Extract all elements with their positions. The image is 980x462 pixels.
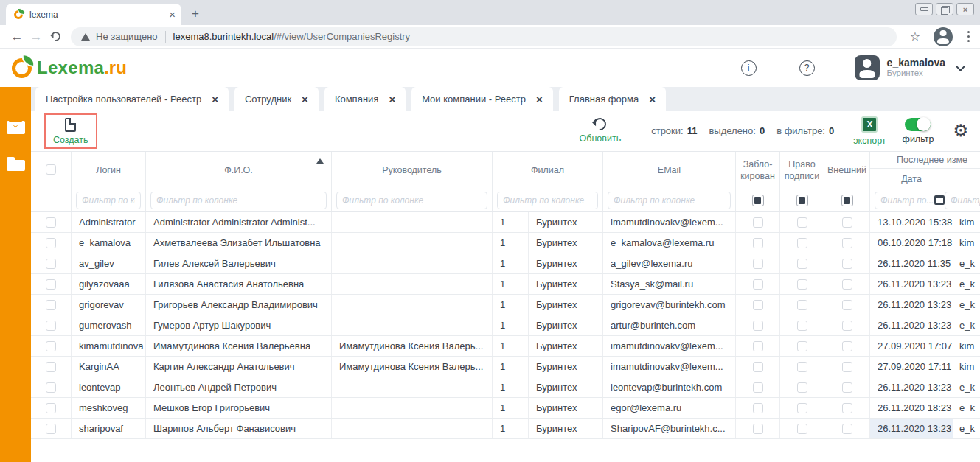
- cell-login[interactable]: Administrator: [72, 212, 146, 232]
- sign-checkbox[interactable]: [797, 279, 807, 290]
- cell-fio[interactable]: Administrator Administrator Administ...: [146, 212, 332, 232]
- cell-modified-by[interactable]: kim: [953, 233, 980, 253]
- cell-external[interactable]: [824, 398, 870, 418]
- tab-close-icon[interactable]: ×: [389, 93, 395, 105]
- cell-branch[interactable]: Буринтех: [529, 398, 603, 418]
- blocked-checkbox[interactable]: [753, 403, 763, 413]
- cell-sign[interactable]: [780, 212, 824, 232]
- cell-branch_code[interactable]: 1: [493, 295, 529, 315]
- cell-modified-by[interactable]: kim: [953, 212, 980, 232]
- cell-sign[interactable]: [780, 233, 824, 253]
- cell-branch_code[interactable]: 1: [493, 419, 529, 438]
- cell-blocked[interactable]: [736, 377, 780, 397]
- cell-manager[interactable]: [332, 398, 493, 418]
- filter-checkbox-sign-right[interactable]: [796, 195, 808, 206]
- blocked-checkbox[interactable]: [753, 259, 763, 269]
- browser-profile-avatar[interactable]: [934, 27, 953, 46]
- cell-manager[interactable]: [332, 419, 493, 438]
- column-header-modified-by[interactable]: [953, 169, 980, 189]
- cell-manager[interactable]: [332, 212, 493, 232]
- cell-login[interactable]: gilyazovaaa: [72, 274, 146, 294]
- cell-external[interactable]: [824, 253, 870, 273]
- cell-external[interactable]: [824, 295, 870, 315]
- tab-main-form[interactable]: Главная форма ×: [559, 87, 666, 111]
- row-select-cell[interactable]: [31, 295, 72, 315]
- cell-date[interactable]: 27.09.2020 17:11: [870, 357, 953, 377]
- cell-branch[interactable]: Буринтех: [529, 377, 603, 397]
- row-checkbox[interactable]: [46, 217, 56, 228]
- row-checkbox[interactable]: [46, 341, 56, 351]
- row-select-cell[interactable]: [31, 253, 72, 273]
- cell-modified-by[interactable]: e_k: [953, 274, 980, 294]
- cell-fio[interactable]: Григорьев Александр Владимирович: [146, 295, 332, 315]
- cell-date[interactable]: 26.11.2020 13:23: [870, 377, 953, 397]
- row-select-cell[interactable]: [31, 398, 72, 418]
- column-header-date[interactable]: Дата: [870, 169, 953, 189]
- column-header-fio[interactable]: Ф.И.О.: [146, 152, 331, 190]
- cell-branch_code[interactable]: 1: [493, 398, 529, 418]
- filter-input-date[interactable]: [875, 192, 948, 209]
- cell-date[interactable]: 26.11.2020 13:23: [870, 295, 953, 315]
- cell-external[interactable]: [824, 274, 870, 294]
- cell-manager[interactable]: [332, 295, 493, 315]
- cell-modified-by[interactable]: e_k: [953, 377, 980, 397]
- tab-close-icon[interactable]: ×: [302, 93, 308, 105]
- cell-modified-by[interactable]: kim: [953, 357, 980, 377]
- sign-checkbox[interactable]: [797, 362, 807, 372]
- cell-login[interactable]: meshkoveg: [72, 398, 146, 418]
- cell-date[interactable]: 26.11.2020 13:23: [870, 419, 953, 438]
- refresh-button[interactable]: Обновить: [580, 118, 622, 144]
- row-select-cell[interactable]: [31, 419, 72, 438]
- blocked-checkbox[interactable]: [753, 341, 763, 351]
- row-checkbox[interactable]: [46, 362, 56, 372]
- table-row[interactable]: gumerovashГумеров Артур Шакурович1Буринт…: [31, 315, 980, 336]
- external-checkbox[interactable]: [842, 300, 852, 310]
- tab-close-icon[interactable]: ×: [649, 93, 656, 105]
- cell-branch[interactable]: Буринтех: [529, 336, 603, 356]
- external-checkbox[interactable]: [842, 424, 852, 434]
- external-checkbox[interactable]: [842, 217, 852, 228]
- cell-email[interactable]: imamutdinovakv@lexem...: [603, 336, 736, 356]
- window-close-button[interactable]: ×: [956, 3, 974, 15]
- sign-checkbox[interactable]: [797, 259, 807, 269]
- table-row[interactable]: gilyazovaaaГилязова Анастасия Анатольевн…: [31, 274, 980, 295]
- cell-fio[interactable]: Гилев Алексей Валерьевич: [146, 253, 332, 273]
- cell-date[interactable]: 13.10.2020 15:38: [870, 212, 953, 232]
- cell-manager[interactable]: [332, 253, 493, 273]
- cell-branch_code[interactable]: 1: [493, 253, 529, 273]
- cell-branch[interactable]: Буринтех: [529, 357, 603, 377]
- cell-sign[interactable]: [780, 253, 824, 273]
- cell-branch[interactable]: Буринтех: [529, 419, 603, 438]
- cell-external[interactable]: [824, 212, 870, 232]
- external-checkbox[interactable]: [842, 341, 852, 351]
- browser-tab[interactable]: lexema ×: [6, 4, 181, 25]
- cell-login[interactable]: sharipovaf: [72, 419, 146, 438]
- cell-modified-by[interactable]: kim: [953, 336, 980, 356]
- sign-checkbox[interactable]: [797, 403, 807, 413]
- cell-branch_code[interactable]: 1: [493, 357, 529, 377]
- cell-manager[interactable]: [332, 377, 493, 397]
- cell-external[interactable]: [824, 377, 870, 397]
- cell-fio[interactable]: Имамутдинова Ксения Валерьевна: [146, 336, 332, 356]
- cell-sign[interactable]: [780, 295, 824, 315]
- sign-checkbox[interactable]: [797, 217, 807, 228]
- cell-email[interactable]: imamutdinovakv@lexem...: [603, 357, 736, 377]
- row-select-cell[interactable]: [31, 377, 72, 397]
- cell-login[interactable]: e_kamalova: [72, 233, 146, 253]
- cell-email[interactable]: SharipovAF@burintekh.c...: [603, 419, 736, 438]
- cell-branch_code[interactable]: 1: [493, 274, 529, 294]
- table-row[interactable]: sharipovafШарипов Альберт Фанависович1Бу…: [31, 419, 980, 439]
- cell-blocked[interactable]: [736, 336, 780, 356]
- cell-sign[interactable]: [780, 357, 824, 377]
- cell-email[interactable]: leontevap@burintekh.com: [603, 377, 736, 397]
- sign-checkbox[interactable]: [797, 238, 807, 248]
- browser-menu-icon[interactable]: [965, 28, 973, 45]
- table-row[interactable]: av_gilevГилев Алексей Валерьевич1Буринте…: [31, 253, 980, 274]
- column-header-sign-right[interactable]: Правоподписи: [780, 152, 824, 190]
- filter-checkbox-external[interactable]: [841, 195, 853, 206]
- blocked-checkbox[interactable]: [753, 217, 763, 228]
- cell-email[interactable]: Stasya_sk@mail.ru: [603, 274, 736, 294]
- row-select-cell[interactable]: [31, 274, 72, 294]
- cell-branch_code[interactable]: 1: [493, 377, 529, 397]
- cell-blocked[interactable]: [736, 315, 780, 335]
